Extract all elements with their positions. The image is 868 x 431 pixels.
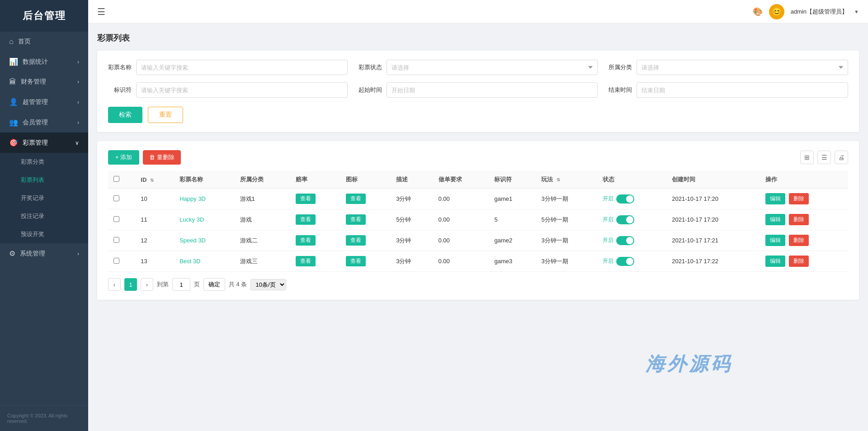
lottery-icon: 🎯 [9, 138, 18, 147]
sidebar-item-finance[interactable]: 🏛 财务管理 › [0, 72, 88, 92]
page-title: 彩票列表 [97, 33, 859, 43]
page-goto-input[interactable] [172, 278, 190, 291]
sidebar-item-bet-records[interactable]: 投注记录 [0, 207, 88, 225]
status-label: 开启 [603, 216, 613, 223]
edit-button[interactable]: 编辑 [765, 256, 785, 267]
select-all-checkbox[interactable] [113, 176, 119, 182]
icon-view-button[interactable]: 查看 [346, 194, 366, 204]
odds-view-button[interactable]: 查看 [296, 256, 316, 266]
sidebar-item-home[interactable]: ⌂ 首页 [0, 32, 88, 52]
cell-name: Best 3D [174, 251, 234, 272]
lottery-name-link[interactable]: Happy 3D [179, 195, 206, 202]
bulk-delete-button[interactable]: 🗑 量删除 [143, 150, 181, 165]
cell-req: 0.00 [433, 209, 489, 230]
delete-button[interactable]: 删除 [789, 256, 809, 267]
filter-start-input[interactable] [387, 82, 598, 98]
cell-identifier: 5 [489, 209, 536, 230]
cell-name: Speed 3D [174, 230, 234, 251]
cell-status: 开启 [597, 230, 666, 251]
next-page-button[interactable]: › [141, 278, 153, 291]
col-actions: 操作 [760, 171, 848, 189]
edit-button[interactable]: 编辑 [765, 193, 785, 204]
print-icon[interactable]: 🖨 [835, 151, 848, 164]
filter-row-category: 所属分类 请选择 [609, 60, 848, 75]
cell-checkbox [108, 189, 135, 209]
page-size-select[interactable]: 10条/页 [250, 279, 286, 290]
row-checkbox[interactable] [113, 216, 119, 222]
reset-button[interactable]: 重置 [148, 107, 183, 123]
edit-button[interactable]: 编辑 [765, 214, 785, 225]
page-confirm-button[interactable]: 确定 [203, 278, 225, 291]
filter-category-select[interactable]: 请选择 [637, 60, 848, 75]
sidebar-item-draw-records[interactable]: 开奖记录 [0, 189, 88, 207]
filter-status-select[interactable]: 请选择 [387, 60, 598, 75]
cell-odds: 查看 [290, 251, 340, 272]
sidebar-logo: 后台管理 [0, 0, 88, 32]
table-actions-left: + 添加 🗑 量删除 [108, 150, 181, 165]
filter-identifier-input[interactable] [136, 82, 348, 98]
cell-category: 游戏 [235, 209, 291, 230]
user-dropdown-arrow-icon[interactable]: ▼ [854, 9, 859, 14]
sidebar-item-member[interactable]: 👥 会员管理 › [0, 112, 88, 133]
status-label: 开启 [603, 195, 613, 203]
sidebar-item-preset-draw[interactable]: 预设开奖 [0, 225, 88, 243]
header-username[interactable]: admin【超级管理员】 [791, 8, 848, 16]
sidebar-item-lottery-list[interactable]: 彩票列表 [0, 171, 88, 189]
status-toggle[interactable] [616, 194, 634, 204]
add-button[interactable]: + 添加 [108, 150, 139, 165]
filter-end-input[interactable] [637, 82, 848, 98]
sidebar-item-super-admin[interactable]: 👤 超管管理 › [0, 92, 88, 112]
menu-toggle-icon[interactable]: ☰ [97, 6, 105, 17]
avatar[interactable]: 😊 [769, 4, 784, 19]
theme-icon[interactable]: 🎨 [753, 7, 763, 17]
icon-view-button[interactable]: 查看 [346, 256, 366, 266]
filter-row-status: 彩票状态 请选择 [359, 60, 598, 75]
grid-view-icon[interactable]: ⊞ [800, 151, 814, 164]
cell-play: 3分钟一期 [536, 230, 597, 251]
sidebar-item-lottery-category[interactable]: 彩票分类 [0, 153, 88, 171]
sidebar-nav: ⌂ 首页 📊 数据统计 › 🏛 财务管理 › 👤 超管管理 › 👥 会员管理 ›… [0, 32, 88, 405]
odds-view-button[interactable]: 查看 [296, 235, 316, 246]
filter-card: 彩票名称 彩票状态 请选择 所属分类 请选择 标识符 [97, 51, 859, 132]
filter-row-name: 彩票名称 [108, 60, 348, 75]
delete-button[interactable]: 删除 [789, 235, 809, 246]
sidebar: 后台管理 ⌂ 首页 📊 数据统计 › 🏛 财务管理 › 👤 超管管理 › 👥 会… [0, 0, 88, 431]
cell-odds: 查看 [290, 209, 340, 230]
delete-button[interactable]: 删除 [789, 214, 809, 225]
cell-actions: 编辑 删除 [760, 209, 848, 230]
status-toggle[interactable] [616, 257, 634, 266]
cell-status: 开启 [597, 189, 666, 209]
col-name: 彩票名称 [174, 171, 234, 189]
row-checkbox[interactable] [113, 237, 119, 243]
sidebar-item-system[interactable]: ⚙ 系统管理 › [0, 243, 88, 264]
lottery-name-link[interactable]: Best 3D [179, 258, 200, 265]
column-settings-icon[interactable]: ☰ [817, 151, 831, 164]
prev-page-button[interactable]: ‹ [108, 278, 121, 291]
row-checkbox[interactable] [113, 258, 119, 264]
cell-id: 13 [135, 251, 174, 272]
cell-desc: 3分钟 [391, 230, 433, 251]
cell-id: 10 [135, 189, 174, 209]
sidebar-item-data-stats[interactable]: 📊 数据统计 › [0, 52, 88, 72]
col-id: ID ⇅ [135, 171, 174, 189]
icon-view-button[interactable]: 查看 [346, 235, 366, 246]
lottery-name-link[interactable]: Speed 3D [179, 237, 206, 244]
icon-view-button[interactable]: 查看 [346, 214, 366, 225]
cell-category: 游戏1 [235, 189, 291, 209]
cell-category: 游戏二 [235, 230, 291, 251]
edit-button[interactable]: 编辑 [765, 235, 785, 246]
cell-identifier: game2 [489, 230, 536, 251]
status-toggle-wrap: 开启 [603, 194, 661, 204]
row-checkbox[interactable] [113, 195, 119, 201]
search-button[interactable]: 检索 [108, 107, 142, 123]
odds-view-button[interactable]: 查看 [296, 194, 316, 204]
sidebar-item-lottery[interactable]: 🎯 彩票管理 ∨ [0, 133, 88, 153]
status-toggle[interactable] [616, 236, 634, 245]
cell-name: Lucky 3D [174, 209, 234, 230]
delete-button[interactable]: 删除 [789, 193, 809, 204]
status-toggle[interactable] [616, 215, 634, 224]
lottery-name-link[interactable]: Lucky 3D [179, 216, 204, 223]
odds-view-button[interactable]: 查看 [296, 214, 316, 225]
filter-name-input[interactable] [136, 60, 348, 75]
page-1-button[interactable]: 1 [124, 278, 137, 291]
